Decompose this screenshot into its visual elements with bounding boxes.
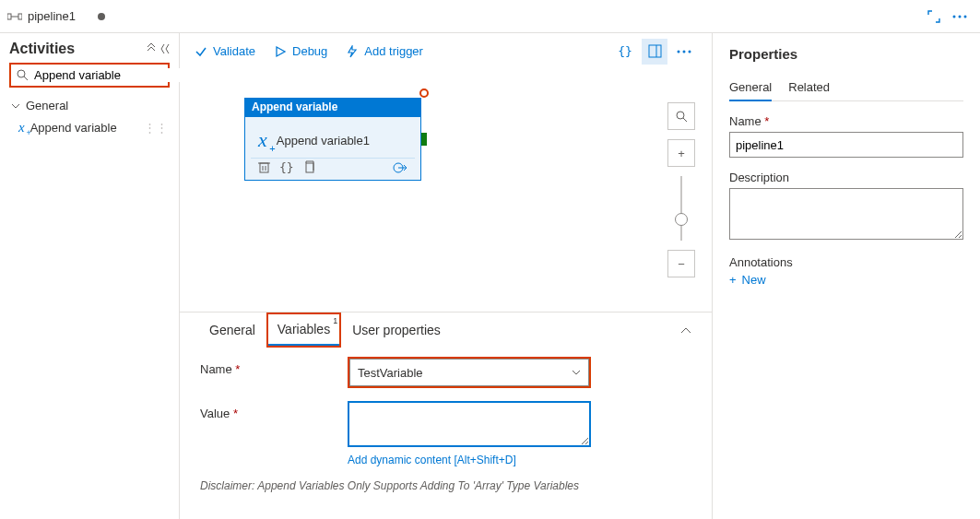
unsaved-dot-icon — [98, 13, 105, 20]
activities-group-general[interactable]: General — [9, 95, 170, 116]
activities-search[interactable] — [9, 63, 170, 88]
chevron-down-icon — [11, 101, 20, 111]
code-icon[interactable]: {} — [279, 160, 294, 174]
code-view-button[interactable]: {} — [612, 39, 638, 65]
svg-rect-13 — [260, 163, 268, 172]
chevron-down-icon — [572, 369, 581, 376]
activity-details-panel: General Variables1 User properties Name … — [180, 312, 712, 519]
svg-point-19 — [677, 112, 684, 119]
add-annotation-button[interactable]: + New — [729, 273, 963, 287]
variable-name-label: Name * — [200, 357, 348, 376]
pipeline-canvas[interactable]: Append variable x+ Append variable1 {} — [180, 70, 712, 312]
add-dynamic-content-link[interactable]: Add dynamic content [Alt+Shift+D] — [348, 454, 591, 466]
collapse-all-icon[interactable] — [146, 43, 157, 54]
tab-badge: 1 — [333, 316, 337, 325]
validate-button[interactable]: Validate — [195, 44, 255, 58]
pipeline-name-label: Name * — [729, 114, 963, 128]
svg-rect-17 — [306, 163, 313, 172]
svg-point-4 — [959, 15, 962, 18]
copy-icon[interactable] — [303, 160, 315, 174]
pipeline-description-input[interactable] — [729, 188, 963, 240]
collapse-panel-icon[interactable] — [680, 326, 691, 334]
variable-x-icon: x+ — [258, 128, 267, 152]
annotations-label: Annotations — [729, 255, 963, 269]
pipeline-description-label: Description — [729, 171, 963, 184]
zoom-thumb[interactable] — [675, 213, 688, 226]
plus-icon: + — [729, 273, 737, 287]
search-icon — [17, 69, 29, 81]
properties-tab-related[interactable]: Related — [788, 75, 830, 100]
properties-title: Properties — [729, 46, 963, 62]
tab-general[interactable]: General — [200, 315, 265, 345]
svg-rect-0 — [7, 14, 11, 19]
node-title: Append variable1 — [277, 134, 370, 147]
variable-value-input[interactable] — [348, 401, 591, 447]
zoom-in-button[interactable]: + — [667, 139, 695, 167]
tab-variables[interactable]: Variables1 — [268, 314, 339, 346]
zoom-slider[interactable] — [680, 176, 682, 241]
fit-view-button[interactable] — [667, 102, 695, 130]
activities-panel: Activities General x+ Append variable ⋮⋮ — [0, 33, 180, 519]
tab-user-properties[interactable]: User properties — [343, 315, 450, 345]
variable-name-value: TestVariable — [358, 366, 423, 380]
activity-item-append-variable[interactable]: x+ Append variable ⋮⋮ — [9, 116, 170, 139]
zoom-out-button[interactable]: − — [667, 250, 695, 277]
svg-line-20 — [683, 118, 687, 122]
pipeline-name-input[interactable] — [729, 132, 963, 158]
arrow-out-icon[interactable] — [393, 161, 407, 174]
expand-icon[interactable] — [921, 4, 947, 29]
properties-toggle-button[interactable] — [642, 39, 667, 65]
pipeline-icon — [7, 9, 22, 24]
svg-line-7 — [24, 77, 28, 80]
properties-tab-general[interactable]: General — [729, 75, 772, 101]
activities-search-input[interactable] — [34, 68, 189, 82]
node-header: Append variable — [244, 98, 421, 116]
variable-name-select[interactable]: TestVariable — [349, 359, 589, 386]
activity-item-label: Append variable — [30, 121, 117, 135]
group-label: General — [26, 99, 68, 112]
svg-point-10 — [678, 50, 680, 53]
svg-point-6 — [18, 70, 25, 77]
activity-node-append-variable[interactable]: Append variable x+ Append variable1 {} — [244, 98, 421, 181]
disclaimer-text: Disclaimer: Append Variables Only Suppor… — [200, 479, 691, 492]
more-icon[interactable] — [947, 4, 973, 29]
validation-error-icon — [419, 88, 429, 98]
tab-title[interactable]: pipeline1 — [28, 9, 76, 23]
svg-rect-1 — [18, 14, 22, 19]
editor-tab-bar: pipeline1 — [0, 0, 980, 33]
connector-handle[interactable] — [421, 133, 427, 146]
variable-x-icon: x+ — [18, 120, 25, 136]
svg-point-12 — [689, 50, 691, 53]
variable-value-label: Value * — [200, 401, 348, 420]
svg-rect-8 — [649, 45, 661, 57]
activities-title: Activities — [9, 41, 75, 57]
svg-point-11 — [683, 50, 686, 53]
drag-handle-icon[interactable]: ⋮⋮ — [144, 121, 168, 135]
zoom-controls: + − — [667, 102, 695, 277]
toolbar-more-button[interactable] — [671, 39, 697, 65]
debug-button[interactable]: Debug — [274, 44, 327, 58]
properties-panel: Properties General Related Name * Descri… — [713, 33, 980, 519]
chevron-left-icon[interactable] — [160, 43, 170, 54]
svg-point-3 — [953, 15, 956, 18]
add-trigger-button[interactable]: Add trigger — [346, 44, 423, 58]
canvas-toolbar: Validate Debug Add trigger {} — [180, 33, 712, 70]
delete-icon[interactable] — [258, 160, 270, 174]
svg-point-5 — [964, 15, 967, 18]
